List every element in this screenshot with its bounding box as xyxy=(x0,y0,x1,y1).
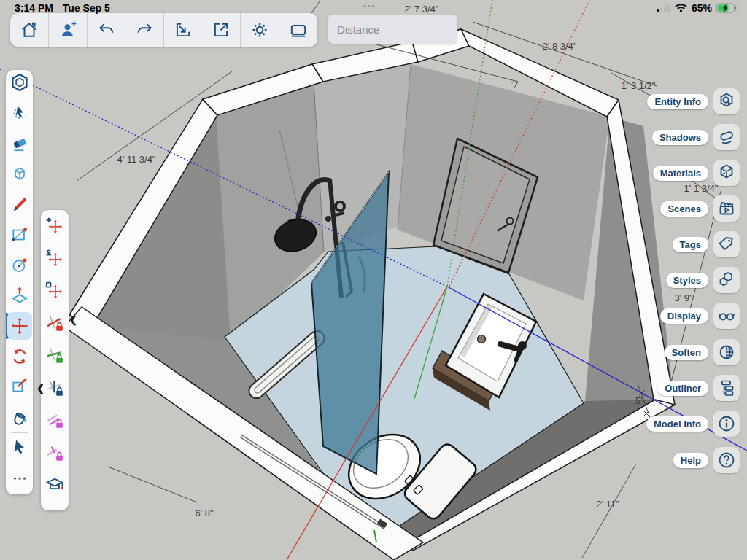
cursor-arrow-tool-button[interactable] xyxy=(8,434,31,462)
import-icon xyxy=(174,20,193,39)
entity-info-label[interactable]: Entity Info xyxy=(647,94,708,109)
sketchup-app-window: 2' 7 3/4"2' 8 3/4"1' 3 1/2"4' 11 3/4"1' … xyxy=(0,0,747,560)
styles-label[interactable]: Styles xyxy=(666,273,708,288)
help-label[interactable]: Help xyxy=(673,453,708,468)
panel-row-materials: Materials xyxy=(653,160,740,186)
measurements-input[interactable] xyxy=(328,15,457,44)
paint-bucket-tool-button[interactable] xyxy=(8,403,31,431)
tags-button[interactable] xyxy=(713,231,740,257)
panels-sidebar: Entity InfoShadowsMaterialsScenesTagsSty… xyxy=(630,0,747,560)
status-date: Tue Sep 5 xyxy=(63,2,110,14)
axis-lock-parallel-button[interactable] xyxy=(44,407,66,435)
flyout-collapse-chevron[interactable]: ❮ xyxy=(69,314,77,325)
battery-percent: 65% xyxy=(692,2,712,14)
move-array-button[interactable] xyxy=(44,277,66,305)
entity-info-button[interactable] xyxy=(713,88,740,114)
soften-label[interactable]: Soften xyxy=(665,345,708,360)
dimension-label: 4' 11 3/4" xyxy=(117,154,155,165)
rotate-tool-icon xyxy=(10,347,29,366)
soften-button[interactable] xyxy=(713,339,740,365)
multitasking-indicator[interactable]: ••• xyxy=(363,1,376,10)
rectangle-tool-tool-button[interactable] xyxy=(8,221,31,249)
move-tool-tool-button[interactable] xyxy=(7,312,32,340)
home-icon xyxy=(20,20,39,39)
soften-icon xyxy=(716,342,737,362)
sketchup-logo-tool-button[interactable] xyxy=(8,69,31,96)
sketchup-logo-icon xyxy=(10,73,29,92)
display-button[interactable] xyxy=(713,303,740,329)
left-wall-face[interactable] xyxy=(88,114,232,341)
panel-row-tags: Tags xyxy=(673,231,740,257)
push-pull-tool-button[interactable] xyxy=(8,281,31,309)
move-copy-icon xyxy=(45,217,64,236)
help-button[interactable] xyxy=(713,447,740,473)
circle-tool-tool-button[interactable] xyxy=(8,251,31,279)
outliner-label[interactable]: Outliner xyxy=(657,381,708,396)
dimension-label: 2' 11" xyxy=(596,499,619,510)
axis-lock-perpendicular-icon xyxy=(45,444,64,463)
move-array-icon xyxy=(45,281,64,300)
outliner-button[interactable] xyxy=(713,375,740,401)
home-button[interactable] xyxy=(10,13,48,47)
axis-lock-perpendicular-button[interactable] xyxy=(44,440,66,467)
axis-lock-green-icon xyxy=(45,346,64,365)
sink-drain xyxy=(478,335,486,343)
toolbar-collapse-chevron[interactable]: ❮ xyxy=(36,383,44,394)
axis-lock-blue-icon xyxy=(45,379,64,398)
display-device-button[interactable] xyxy=(279,13,317,47)
move-stamp-button[interactable] xyxy=(44,245,66,273)
panel-row-styles: Styles xyxy=(666,267,740,293)
model-info-label[interactable]: Model Info xyxy=(646,416,708,432)
display-label[interactable]: Display xyxy=(660,308,708,324)
scale-tool-icon xyxy=(10,377,29,396)
push-pull-icon xyxy=(10,286,29,305)
styles-button[interactable] xyxy=(713,267,740,293)
move-tool-icon xyxy=(10,316,29,335)
scale-tool-tool-button[interactable] xyxy=(8,373,31,400)
axis-lock-red-icon xyxy=(45,314,64,333)
scenes-button[interactable] xyxy=(713,195,740,222)
settings-gear-icon xyxy=(250,20,269,39)
tags-label[interactable]: Tags xyxy=(673,237,708,252)
add-collaborator-button[interactable] xyxy=(49,13,87,47)
battery-charging-icon xyxy=(716,3,737,13)
panel-row-entity-info: Entity Info xyxy=(647,88,740,114)
eraser-tool-button[interactable] xyxy=(8,130,31,158)
primitive-box-icon xyxy=(10,164,29,183)
model-info-button[interactable] xyxy=(713,411,740,437)
axis-lock-red-button[interactable] xyxy=(44,310,66,338)
shadows-label[interactable]: Shadows xyxy=(652,130,708,145)
more-dots-tool-button[interactable] xyxy=(8,464,31,492)
status-time: 3:14 PM xyxy=(15,2,53,14)
panel-row-display: Display xyxy=(660,303,740,329)
axis-lock-green-button[interactable] xyxy=(44,342,66,370)
panel-row-model-info: Model Info xyxy=(646,411,740,437)
export-button[interactable] xyxy=(202,13,240,47)
instructor-cap-button[interactable] xyxy=(44,472,66,499)
redo-button[interactable] xyxy=(125,13,163,47)
materials-button[interactable] xyxy=(713,160,740,186)
undo-button[interactable] xyxy=(88,13,125,47)
select-lasso-tool-button[interactable] xyxy=(8,99,31,127)
primitive-box-tool-button[interactable] xyxy=(8,160,31,187)
import-button[interactable] xyxy=(164,13,202,47)
wifi-icon xyxy=(675,4,687,12)
top-toolbar xyxy=(10,13,317,47)
materials-label[interactable]: Materials xyxy=(653,166,708,181)
materials-icon xyxy=(716,163,737,183)
move-options-flyout xyxy=(41,210,69,510)
instructor-cap-icon xyxy=(45,476,64,495)
dimension-label: 2' 8 3/4" xyxy=(543,41,577,52)
rectangle-tool-icon xyxy=(10,225,29,244)
move-copy-button[interactable] xyxy=(44,212,66,240)
rotate-tool-tool-button[interactable] xyxy=(8,343,31,370)
axis-lock-blue-button[interactable] xyxy=(44,375,66,402)
display-icon xyxy=(716,306,737,326)
eraser-icon xyxy=(10,134,29,153)
cellular-bars-icon xyxy=(657,4,670,12)
scenes-label[interactable]: Scenes xyxy=(660,201,708,217)
shadows-button[interactable] xyxy=(713,124,740,150)
panel-row-soften: Soften xyxy=(665,339,740,365)
settings-gear-button[interactable] xyxy=(241,13,279,47)
line-pencil-tool-button[interactable] xyxy=(8,190,31,218)
